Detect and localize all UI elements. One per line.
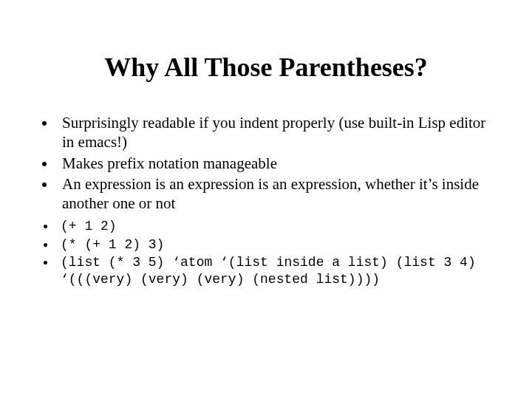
slide-title: Why All Those Parentheses?: [44, 52, 488, 83]
slide: Why All Those Parentheses? Surprisingly …: [0, 0, 532, 399]
body-bullet: An expression is an expression is an exp…: [56, 174, 488, 214]
body-bullets: Surprisingly readable if you indent prop…: [44, 113, 488, 213]
code-bullet: (list (* 3 5) ‘atom ‘(list inside a list…: [56, 253, 488, 287]
code-bullet: (* (+ 1 2) 3): [56, 236, 488, 253]
code-bullets: (+ 1 2) (* (+ 1 2) 3) (list (* 3 5) ‘ato…: [44, 217, 488, 287]
body-bullet: Makes prefix notation manageable: [56, 154, 488, 173]
body-bullet: Surprisingly readable if you indent prop…: [56, 113, 488, 152]
code-bullet: (+ 1 2): [56, 217, 488, 235]
